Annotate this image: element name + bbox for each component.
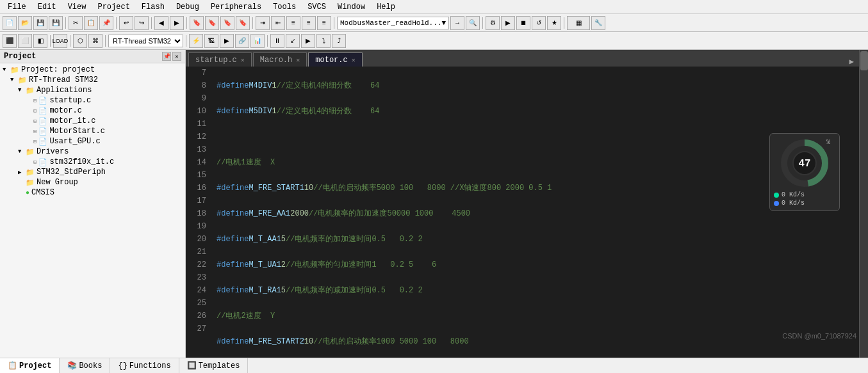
gauge-percent-label: %	[826, 139, 830, 146]
tree-toggle-drivers[interactable]: ▼	[18, 148, 26, 155]
sidebar: Project 📌 ✕ ▼ 📁 Project: project ▼	[0, 50, 186, 358]
tree-stm32[interactable]: ⊞ 📄 stm32f10x_it.c	[0, 157, 185, 167]
t2-btn4[interactable]: LOAD	[53, 34, 67, 48]
bookmark2-btn[interactable]: 🔖	[205, 16, 219, 30]
tree-applications[interactable]: ▼ 📁 Applications	[0, 85, 185, 95]
tree-toggle-rtthread[interactable]: ▼	[10, 77, 18, 83]
tree-rtthread[interactable]: ▼ 📁 RT-Thread STM32	[0, 75, 185, 85]
save-btn[interactable]: 💾	[33, 16, 47, 30]
run-btn[interactable]: ▶	[501, 16, 515, 30]
t2-btn2[interactable]: ⬜	[18, 34, 32, 48]
code-editor[interactable]: 7 8 9 10 11 12 13 14 15 16 17 18 19 20	[186, 67, 859, 358]
menu-tools[interactable]: Tools	[268, 1, 301, 13]
t2-debug-btn2[interactable]: ↙	[286, 34, 300, 48]
menu-help[interactable]: Help	[372, 1, 400, 13]
bottom-tab-books[interactable]: 📚 Books	[60, 358, 110, 373]
tree-toggle-root[interactable]: ▼	[3, 67, 10, 73]
tab-startup[interactable]: startup.c ✕	[188, 52, 252, 67]
tab-motor[interactable]: motor.c ✕	[308, 52, 362, 67]
t2-btn10[interactable]: 🔗	[235, 34, 249, 48]
tab-motor-close[interactable]: ✕	[352, 56, 356, 64]
tree-startup[interactable]: ⊞ 📄 startup.c	[0, 95, 185, 106]
config-btn[interactable]: ⚙	[486, 16, 500, 30]
t2-debug-btn4[interactable]: ⤵	[316, 34, 331, 48]
undo-btn[interactable]: ↩	[119, 16, 133, 30]
tree-motor[interactable]: ⊞ 📄 motor.c	[0, 106, 185, 116]
nav-fwd-btn[interactable]: ▶	[170, 16, 184, 30]
tree-motorstart[interactable]: ⊞ 📄 MotorStart.c	[0, 126, 185, 136]
tree-drivers[interactable]: ▼ 📁 Drivers	[0, 147, 185, 157]
toolbar-1: 📄 📂 💾 💾 ✂ 📋 📌 ↩ ↪ ◀ ▶ 🔖 🔖 🔖 🔖 ⇥ ⇤ ≡ ≡ ≡ …	[0, 14, 868, 32]
menu-edit[interactable]: Edit	[33, 1, 61, 13]
t2-debug-btn3[interactable]: ▶	[301, 34, 315, 48]
menu-flash[interactable]: Flash	[136, 1, 170, 13]
t2-btn6[interactable]: ⌘	[88, 34, 102, 48]
t2-debug-btn5[interactable]: ⤴	[332, 34, 346, 48]
tree-root[interactable]: ▼ 📁 Project: project	[0, 65, 185, 75]
bottom-tab-functions[interactable]: {} Functions	[110, 358, 179, 373]
bottom-tab-functions-label: Functions	[129, 361, 171, 370]
save-all-btn[interactable]: 💾	[49, 16, 63, 30]
t2-btn8[interactable]: 🏗	[204, 34, 218, 48]
menu-svcs[interactable]: SVCS	[302, 1, 331, 13]
t2-btn11[interactable]: 📊	[250, 34, 265, 48]
sidebar-pin-btn[interactable]: 📌	[162, 52, 171, 61]
tab-macro-close[interactable]: ✕	[296, 56, 300, 64]
tab-startup-close[interactable]: ✕	[241, 56, 245, 64]
t2-btn9[interactable]: ▶	[220, 34, 234, 48]
tools-btn[interactable]: 🔧	[591, 16, 605, 30]
tree-cmsis[interactable]: ● CMSIS	[0, 187, 185, 198]
cut-btn[interactable]: ✂	[69, 16, 83, 30]
menu-window[interactable]: Window	[332, 1, 370, 13]
line-numbers: 7 8 9 10 11 12 13 14 15 16 17 18 19 20	[186, 67, 211, 358]
align-btn[interactable]: ≡	[286, 16, 300, 30]
target-combo[interactable]: RT-Thread STM32	[108, 35, 183, 47]
indent-btn[interactable]: ⇥	[256, 16, 270, 30]
tree-stdperiph[interactable]: ▶ 📁 STM32_StdPeriph	[0, 167, 185, 177]
file-combo[interactable]: ModbusMaster_readHold... ▼	[337, 17, 449, 29]
code-content[interactable]: #define M4DIV 1 //定义电机4的细分数 64 #define M…	[211, 67, 859, 358]
menu-debug[interactable]: Debug	[171, 1, 204, 13]
menu-project[interactable]: Project	[92, 1, 135, 13]
tabs-scroll-right[interactable]: ▶	[847, 57, 856, 67]
restart-btn[interactable]: ↺	[532, 16, 546, 30]
stop-btn[interactable]: ⏹	[516, 16, 530, 30]
bottom-tab-project[interactable]: 📋 Project	[0, 358, 60, 373]
align2-btn[interactable]: ≡	[302, 16, 316, 30]
open-btn[interactable]: 📂	[18, 16, 32, 30]
scrollbar-thumb[interactable]	[860, 51, 868, 70]
copy-btn[interactable]: 📋	[84, 16, 98, 30]
tab-macro[interactable]: Macro.h ✕	[253, 52, 307, 67]
tree-usart[interactable]: ⊞ 📄 Usart_GPU.c	[0, 136, 185, 147]
paste-btn[interactable]: 📌	[99, 16, 113, 30]
bookmark3-btn[interactable]: 🔖	[220, 16, 234, 30]
t2-btn7[interactable]: ⚡	[189, 34, 203, 48]
nav-back-btn[interactable]: ◀	[154, 16, 168, 30]
search-btn[interactable]: 🔍	[466, 16, 480, 30]
t2-btn5[interactable]: ⬡	[73, 34, 87, 48]
new-btn[interactable]: 📄	[3, 16, 17, 30]
redo-btn[interactable]: ↪	[135, 16, 149, 30]
t2-btn3[interactable]: ◧	[33, 34, 47, 48]
unindent-btn[interactable]: ⇤	[271, 16, 285, 30]
sidebar-close-btn[interactable]: ✕	[172, 52, 181, 61]
t2-btn1[interactable]: ⬛	[3, 34, 17, 48]
view-btn[interactable]: ▦	[567, 16, 590, 30]
bookmark-btn[interactable]: 🔖	[190, 16, 204, 30]
bottom-tab-templates[interactable]: 🔲 Templates	[179, 358, 249, 373]
menu-file[interactable]: File	[3, 1, 31, 13]
menu-peripherals[interactable]: Peripherals	[206, 1, 266, 13]
file-nav-btn[interactable]: →	[450, 16, 464, 30]
tree-toggle-stdperiph[interactable]: ▶	[18, 169, 26, 176]
gauge-dot-2	[774, 201, 779, 206]
align3-btn[interactable]: ≡	[317, 16, 331, 30]
t2-debug-btn1[interactable]: ⏸	[270, 34, 284, 48]
ln-10: 10	[186, 105, 206, 118]
tree-toggle-applications[interactable]: ▼	[18, 87, 26, 93]
bookmark4-btn[interactable]: 🔖	[236, 16, 250, 30]
menu-view[interactable]: View	[63, 1, 92, 13]
extra-btn[interactable]: ★	[547, 16, 561, 30]
editor-scrollbar[interactable]	[859, 50, 868, 358]
tree-newgroup[interactable]: 📁 New Group	[0, 177, 185, 187]
tree-motor-it[interactable]: ⊞ 📄 motor_it.c	[0, 116, 185, 126]
